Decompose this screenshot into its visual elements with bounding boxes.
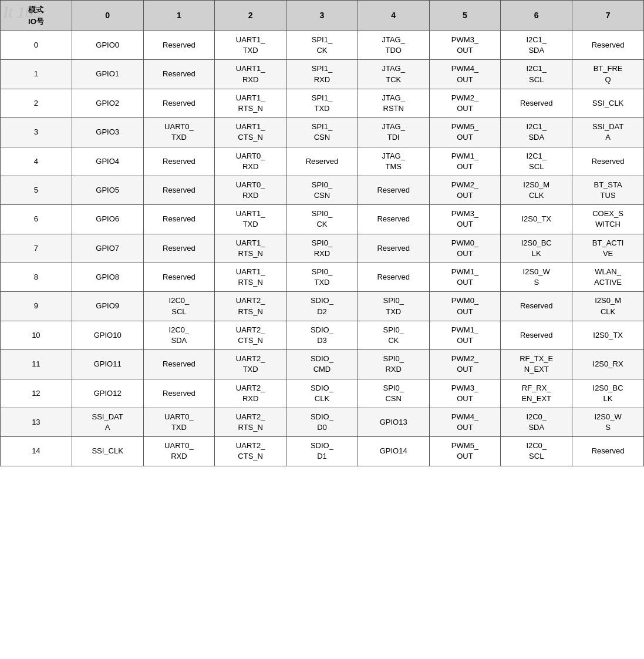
watermark: It 105 <box>3 3 42 22</box>
cell-r11-c1: GPIO11 <box>72 350 143 379</box>
io-number: 4 <box>1 147 72 176</box>
cell-r10-c4: SDIO_D3 <box>286 321 358 349</box>
cell-r9-c5: SPI0_TXD <box>358 292 429 321</box>
io-number: 14 <box>1 437 72 466</box>
cell-r8-c6: PWM1_OUT <box>429 263 501 292</box>
io-number: 6 <box>1 205 72 234</box>
cell-r0-c4: SPI1_CK <box>286 31 358 60</box>
header-7: 7 <box>572 1 644 31</box>
io-number: 3 <box>1 118 72 147</box>
cell-r2-c5: JTAG_RSTN <box>358 89 429 117</box>
cell-r1-c5: JTAG_TCK <box>358 60 429 89</box>
cell-r14-c1: SSI_CLK <box>72 437 143 466</box>
cell-r10-c5: SPI0_CK <box>358 321 429 349</box>
cell-r2-c1: GPIO2 <box>72 89 143 117</box>
cell-r6-c5: Reserved <box>358 205 429 234</box>
cell-r6-c6: PWM3_OUT <box>429 205 501 234</box>
table-row: 14SSI_CLKUART0_RXDUART2_CTS_NSDIO_D1GPIO… <box>1 437 644 466</box>
cell-r4-c2: Reserved <box>143 147 215 176</box>
cell-r9-c8: I2S0_MCLK <box>572 292 644 321</box>
cell-r11-c8: I2S0_RX <box>572 350 644 379</box>
header-5: 5 <box>429 1 501 31</box>
cell-r6-c7: I2S0_TX <box>501 205 572 234</box>
cell-r10-c7: Reserved <box>501 321 572 349</box>
cell-r4-c7: I2C1_SCL <box>501 147 572 176</box>
cell-r7-c5: Reserved <box>358 234 429 263</box>
cell-r6-c4: SPI0_CK <box>286 205 358 234</box>
cell-r14-c4: SDIO_D1 <box>286 437 358 466</box>
io-number: 12 <box>1 379 72 408</box>
table-row: 9GPIO9I2C0_SCLUART2_RTS_NSDIO_D2SPI0_TXD… <box>1 292 644 321</box>
cell-r12-c7: RF_RX_EN_EXT <box>501 379 572 408</box>
cell-r9-c3: UART2_RTS_N <box>215 292 286 321</box>
cell-r1-c2: Reserved <box>143 60 215 89</box>
header-1: 1 <box>143 1 215 31</box>
cell-r13-c5: GPIO13 <box>358 408 429 436</box>
cell-r9-c6: PWM0_OUT <box>429 292 501 321</box>
cell-r0-c1: GPIO0 <box>72 31 143 60</box>
cell-r4-c3: UART0_RXD <box>215 147 286 176</box>
table-row: 12GPIO12ReservedUART2_RXDSDIO_CLKSPI0_CS… <box>1 379 644 408</box>
cell-r2-c7: Reserved <box>501 89 572 117</box>
cell-r1-c4: SPI1_RXD <box>286 60 358 89</box>
header-6: 6 <box>501 1 572 31</box>
header-4: 4 <box>358 1 429 31</box>
header-0: 0 <box>72 1 143 31</box>
cell-r9-c7: Reserved <box>501 292 572 321</box>
cell-r1-c1: GPIO1 <box>72 60 143 89</box>
cell-r11-c3: UART2_TXD <box>215 350 286 379</box>
cell-r8-c1: GPIO8 <box>72 263 143 292</box>
cell-r4-c1: GPIO4 <box>72 147 143 176</box>
cell-r6-c8: COEX_SWITCH <box>572 205 644 234</box>
table-row: 8GPIO8ReservedUART1_RTS_NSPI0_TXDReserve… <box>1 263 644 292</box>
table-row: 4GPIO4ReservedUART0_RXDReservedJTAG_TMSP… <box>1 147 644 176</box>
cell-r7-c6: PWM0_OUT <box>429 234 501 263</box>
cell-r0-c5: JTAG_TDO <box>358 31 429 60</box>
cell-r14-c7: I2C0_SCL <box>501 437 572 466</box>
cell-r5-c5: Reserved <box>358 176 429 204</box>
cell-r14-c2: UART0_RXD <box>143 437 215 466</box>
cell-r5-c2: Reserved <box>143 176 215 204</box>
cell-r7-c4: SPI0_RXD <box>286 234 358 263</box>
cell-r4-c5: JTAG_TMS <box>358 147 429 176</box>
cell-r1-c7: I2C1_SCL <box>501 60 572 89</box>
io-number: 0 <box>1 31 72 60</box>
io-number: 7 <box>1 234 72 263</box>
header-2: 2 <box>215 1 286 31</box>
cell-r0-c6: PWM3_OUT <box>429 31 501 60</box>
cell-r9-c4: SDIO_D2 <box>286 292 358 321</box>
cell-r3-c6: PWM5_OUT <box>429 118 501 147</box>
io-number: 8 <box>1 263 72 292</box>
io-number: 2 <box>1 89 72 117</box>
table-row: 5GPIO5ReservedUART0_RXDSPI0_CSNReservedP… <box>1 176 644 204</box>
cell-r13-c7: I2C0_SDA <box>501 408 572 436</box>
table-row: 6GPIO6ReservedUART1_TXDSPI0_CKReservedPW… <box>1 205 644 234</box>
io-number: 13 <box>1 408 72 436</box>
cell-r5-c8: BT_STATUS <box>572 176 644 204</box>
cell-r3-c8: SSI_DATA <box>572 118 644 147</box>
cell-r9-c1: GPIO9 <box>72 292 143 321</box>
table-row: 3GPIO3UART0_TXDUART1_CTS_NSPI1_CSNJTAG_T… <box>1 118 644 147</box>
cell-r8-c4: SPI0_TXD <box>286 263 358 292</box>
cell-r6-c2: Reserved <box>143 205 215 234</box>
io-number: 5 <box>1 176 72 204</box>
cell-r13-c3: UART2_RTS_N <box>215 408 286 436</box>
cell-r4-c4: Reserved <box>286 147 358 176</box>
io-number: 10 <box>1 321 72 349</box>
cell-r13-c8: I2S0_WS <box>572 408 644 436</box>
cell-r14-c6: PWM5_OUT <box>429 437 501 466</box>
cell-r8-c3: UART1_RTS_N <box>215 263 286 292</box>
cell-r12-c8: I2S0_BCLK <box>572 379 644 408</box>
cell-r4-c8: Reserved <box>572 147 644 176</box>
cell-r10-c1: GPIO10 <box>72 321 143 349</box>
cell-r5-c7: I2S0_MCLK <box>501 176 572 204</box>
cell-r7-c2: Reserved <box>143 234 215 263</box>
cell-r13-c4: SDIO_D0 <box>286 408 358 436</box>
cell-r12-c4: SDIO_CLK <box>286 379 358 408</box>
cell-r11-c7: RF_TX_EN_EXT <box>501 350 572 379</box>
cell-r7-c8: BT_ACTIVE <box>572 234 644 263</box>
cell-r5-c4: SPI0_CSN <box>286 176 358 204</box>
table-row: 10GPIO10I2C0_SDAUART2_CTS_NSDIO_D3SPI0_C… <box>1 321 644 349</box>
cell-r3-c1: GPIO3 <box>72 118 143 147</box>
cell-r14-c8: Reserved <box>572 437 644 466</box>
